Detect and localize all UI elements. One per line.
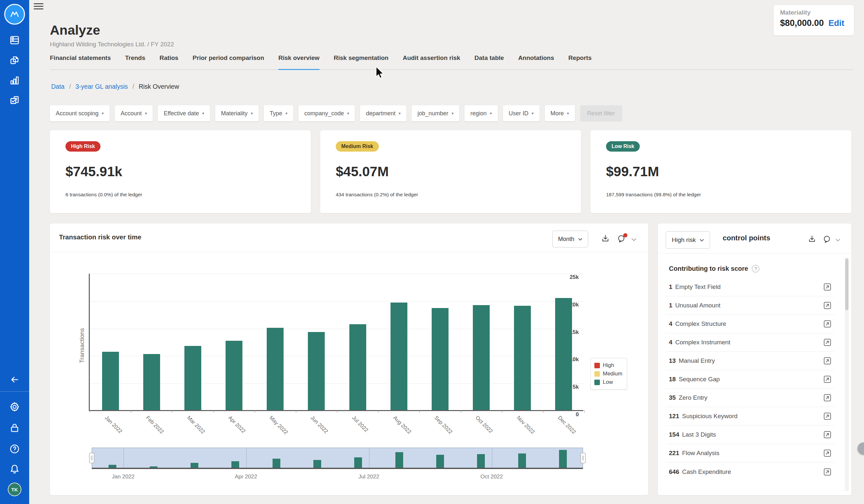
open-external-link-icon[interactable]	[823, 448, 832, 458]
chart-legend: HighMediumLow	[590, 358, 627, 390]
chevron-down-icon: ▾	[399, 111, 400, 115]
filter-label: Effective date	[164, 110, 199, 117]
bar-nov-2022[interactable]	[514, 306, 531, 410]
x-axis-tick	[214, 410, 214, 413]
filter-dropdown-department[interactable]: department▾	[360, 105, 406, 122]
tab-annotations[interactable]: Annotations	[518, 54, 554, 70]
bar-mar-2022[interactable]	[184, 346, 201, 410]
bar-jun-2022[interactable]	[308, 332, 325, 410]
tab-trends[interactable]: Trends	[125, 54, 145, 70]
open-external-link-icon[interactable]	[823, 430, 832, 440]
filter-dropdown-region[interactable]: region▾	[465, 105, 497, 122]
tab-prior-period-comparison[interactable]: Prior period comparison	[192, 54, 264, 70]
settings-gear-icon[interactable]	[8, 400, 21, 413]
floating-action-button[interactable]	[857, 442, 864, 455]
navigator-bar	[191, 463, 198, 468]
brush-handle-left[interactable]	[89, 453, 94, 463]
data-icon[interactable]	[8, 34, 21, 47]
open-external-link-icon[interactable]	[823, 393, 832, 403]
filter-dropdown-job_number[interactable]: job_number▾	[411, 105, 459, 122]
x-axis-label: Oct 2022	[475, 415, 494, 434]
brush-handle-right[interactable]	[580, 453, 586, 463]
control-points-download-icon[interactable]	[808, 234, 816, 245]
open-external-link-icon[interactable]	[823, 467, 832, 477]
bar-jul-2022[interactable]	[349, 324, 366, 410]
notifications-bell-icon[interactable]	[8, 463, 21, 476]
filter-dropdown-type[interactable]: Type▾	[264, 105, 293, 122]
open-external-link-icon[interactable]	[823, 411, 832, 421]
x-axis-label: Nov 2022	[516, 415, 536, 435]
bar-apr-2022[interactable]	[226, 341, 242, 410]
open-external-link-icon[interactable]	[823, 374, 832, 384]
open-external-link-icon[interactable]	[823, 282, 832, 292]
collapse-arrow-icon[interactable]	[8, 373, 21, 386]
tab-risk-segmentation[interactable]: Risk segmentation	[334, 54, 388, 70]
control-points-comments-chevron-icon[interactable]	[836, 237, 840, 243]
filter-label: Account	[121, 110, 142, 117]
navigator-bar	[559, 450, 567, 468]
tab-reports[interactable]: Reports	[568, 54, 592, 70]
risk-amount: $45.07M	[336, 164, 565, 180]
panel-scrollbar-thumb[interactable]	[845, 258, 849, 310]
risk-level-dropdown[interactable]: High risk	[666, 231, 710, 249]
chevron-down-icon: ▾	[251, 111, 253, 115]
control-point-row: 221Flow Analysis	[666, 444, 834, 463]
control-points-comments-icon[interactable]	[823, 235, 831, 245]
analyses-icon[interactable]	[8, 54, 21, 67]
tab-risk-overview[interactable]: Risk overview	[278, 54, 320, 70]
filter-dropdown-effective-date[interactable]: Effective date▾	[158, 105, 210, 122]
chart-comments-icon[interactable]	[617, 234, 626, 245]
bar-feb-2022[interactable]	[143, 354, 160, 410]
reset-filter-button[interactable]: Reset filter	[580, 105, 622, 122]
filter-dropdown-materiality[interactable]: Materiality▾	[215, 105, 259, 122]
control-point-row: 35Zero Entry	[666, 389, 834, 407]
filter-label: region	[470, 110, 487, 117]
help-icon[interactable]	[8, 442, 21, 455]
chart-comments-chevron-icon[interactable]	[631, 237, 636, 243]
filter-dropdown-user-id[interactable]: User ID▾	[503, 105, 540, 122]
bar-may-2022[interactable]	[267, 328, 284, 410]
bar-dec-2022[interactable]	[555, 298, 572, 410]
open-external-link-icon[interactable]	[823, 319, 832, 329]
risk-level-value: High risk	[672, 236, 696, 244]
bar-jan-2022[interactable]	[102, 352, 119, 410]
tab-ratios[interactable]: Ratios	[159, 54, 178, 70]
control-point-count: 154	[669, 431, 679, 438]
filter-dropdown-account[interactable]: Account▾	[115, 105, 153, 122]
filter-dropdown-company_code[interactable]: company_code▾	[299, 105, 355, 122]
control-point-count: 35	[669, 394, 676, 401]
breadcrumb-link[interactable]: Data	[51, 83, 64, 90]
lock-icon[interactable]	[8, 421, 21, 434]
navigator-axis-label: Apr 2022	[235, 474, 257, 480]
menu-hamburger-icon[interactable]	[34, 3, 44, 12]
bar-aug-2022[interactable]	[391, 303, 407, 410]
control-point-row: 1Unusual Amount	[666, 296, 834, 315]
materiality-edit-link[interactable]: Edit	[828, 18, 844, 28]
user-avatar[interactable]: TK	[8, 483, 21, 496]
app-logo-icon[interactable]	[4, 4, 25, 25]
tasks-icon[interactable]	[8, 94, 21, 107]
bar-oct-2022[interactable]	[473, 305, 490, 410]
chart-navigator-brush[interactable]	[92, 448, 583, 469]
navigator-axis-label: Oct 2022	[481, 474, 503, 480]
panel-scrollbar-track[interactable]	[845, 257, 849, 491]
legend-item-medium: Medium	[595, 370, 622, 378]
tab-financial-statements[interactable]: Financial statements	[50, 54, 111, 70]
period-selector-dropdown[interactable]: Month	[552, 231, 588, 247]
tab-data-table[interactable]: Data table	[475, 54, 504, 70]
results-icon[interactable]	[8, 74, 21, 87]
filter-dropdown-more[interactable]: More▾	[545, 105, 575, 122]
chart-download-icon[interactable]	[601, 234, 610, 244]
filter-dropdown-account-scoping[interactable]: Account scoping▾	[50, 105, 109, 122]
chevron-down-icon: ▾	[286, 111, 287, 115]
open-external-link-icon[interactable]	[823, 337, 832, 347]
open-external-link-icon[interactable]	[823, 300, 832, 310]
y-axis-tick: 25k	[570, 274, 579, 281]
control-point-label: Zero Entry	[679, 394, 823, 401]
section-help-icon[interactable]: ?	[752, 265, 759, 272]
breadcrumb-link[interactable]: 3-year GL analysis	[75, 83, 128, 90]
navigator-bar	[109, 465, 116, 468]
open-external-link-icon[interactable]	[823, 356, 832, 366]
bar-sep-2022[interactable]	[432, 308, 448, 410]
tab-audit-assertion-risk[interactable]: Audit assertion risk	[403, 54, 460, 70]
